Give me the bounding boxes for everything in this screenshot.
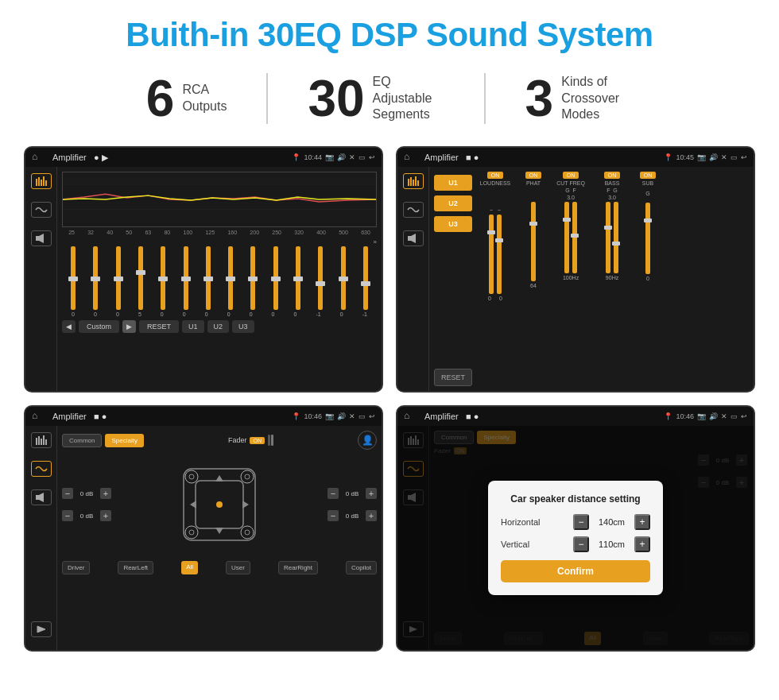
dialog-screen-title: Amplifier ■ ● bbox=[424, 412, 659, 421]
fader-top-row: Common Specialty Fader ON 👤 bbox=[62, 431, 377, 450]
tab-specialty[interactable]: Specialty bbox=[105, 434, 143, 447]
db-minus-bl[interactable]: − bbox=[62, 510, 73, 521]
svg-point-33 bbox=[185, 470, 198, 483]
cutfreq-slider-1[interactable] bbox=[564, 202, 569, 273]
eq-u2-button[interactable]: U2 bbox=[207, 320, 230, 333]
crossover-sidebar-speaker-icon[interactable] bbox=[403, 230, 424, 246]
tab-common[interactable]: Common bbox=[62, 434, 102, 447]
eq-slider-10[interactable] bbox=[273, 246, 278, 310]
eq-slider-12[interactable] bbox=[318, 246, 323, 310]
eq-values-row: 00050000000-10-1 bbox=[62, 311, 377, 317]
db-minus-tr[interactable]: − bbox=[327, 488, 339, 499]
fader-sidebar-wave-icon[interactable] bbox=[31, 461, 52, 477]
svg-marker-6 bbox=[39, 234, 44, 243]
sub-slider[interactable] bbox=[645, 203, 650, 274]
db-value-tl: 0 dB bbox=[76, 490, 98, 497]
svg-point-35 bbox=[241, 470, 254, 483]
eq-slider-14[interactable] bbox=[363, 246, 368, 310]
db-plus-br[interactable]: + bbox=[366, 510, 377, 521]
db-minus-tl[interactable]: − bbox=[62, 488, 73, 499]
fader-sidebar-eq-icon[interactable] bbox=[31, 432, 52, 448]
crossover-screen-content: U1 U2 U3 RESET ON LOUDNESS bbox=[397, 167, 754, 391]
bass-slider-2[interactable] bbox=[614, 202, 618, 273]
eq-slider-1[interactable] bbox=[71, 246, 76, 310]
stat-label-eq: EQ AdjustableSegments bbox=[373, 74, 444, 123]
eq-sidebar-eq-icon[interactable] bbox=[31, 173, 52, 189]
loudness-values: 00 bbox=[488, 296, 502, 301]
crossover-reset-button[interactable]: RESET bbox=[434, 369, 472, 386]
eq-u1-button[interactable]: U1 bbox=[182, 320, 204, 333]
loudness-sliders: ~ ~ bbox=[489, 191, 502, 294]
svg-marker-30 bbox=[215, 528, 223, 534]
svg-point-40 bbox=[245, 530, 250, 535]
eq-left-sidebar bbox=[25, 167, 57, 391]
stat-eq: 30 EQ AdjustableSegments bbox=[268, 73, 485, 124]
u3-button[interactable]: U3 bbox=[434, 216, 472, 232]
eq-sidebar-speaker-icon[interactable] bbox=[31, 230, 52, 246]
svg-marker-32 bbox=[242, 501, 249, 509]
eq-slider-8[interactable] bbox=[228, 246, 233, 310]
eq-sidebar-wave-icon[interactable] bbox=[31, 202, 52, 218]
vertical-minus-button[interactable]: − bbox=[573, 536, 589, 552]
eq-preset-button[interactable]: Custom bbox=[79, 320, 119, 333]
stat-number-eq: 30 bbox=[308, 73, 364, 124]
eq-slider-3[interactable] bbox=[116, 246, 121, 310]
label-all[interactable]: All bbox=[181, 561, 198, 574]
cutfreq-slider-2[interactable] bbox=[572, 202, 577, 273]
fader-sidebar-arrow-icon[interactable] bbox=[31, 621, 52, 637]
crossover-home-icon: ⌂ bbox=[404, 151, 417, 164]
screenshots-grid: ⌂ Amplifier ● ▶ 📍 10:44 📷 🔊 ✕ ▭ ↩ bbox=[24, 146, 755, 652]
svg-rect-20 bbox=[43, 435, 45, 445]
horizontal-minus-button[interactable]: − bbox=[573, 514, 589, 530]
eq-slider-13[interactable] bbox=[341, 246, 346, 310]
svg-marker-31 bbox=[190, 501, 196, 509]
dialog-camera-icon: 📷 bbox=[697, 412, 706, 420]
dialog-signal-icon: ✕ bbox=[721, 412, 727, 420]
eq-slider-5[interactable] bbox=[161, 246, 165, 310]
label-user[interactable]: User bbox=[226, 561, 250, 574]
bass-sliders bbox=[606, 202, 618, 273]
eq-slider-9[interactable] bbox=[250, 246, 255, 310]
confirm-button[interactable]: Confirm bbox=[501, 560, 650, 582]
label-driver[interactable]: Driver bbox=[62, 561, 90, 574]
fader-sidebar-speaker-icon[interactable] bbox=[31, 489, 52, 505]
eq-status-bar: ⌂ Amplifier ● ▶ 📍 10:44 📷 🔊 ✕ ▭ ↩ bbox=[25, 148, 382, 167]
loudness-slider-1[interactable] bbox=[489, 215, 494, 294]
u2-button[interactable]: U2 bbox=[434, 195, 472, 211]
u1-button[interactable]: U1 bbox=[434, 175, 472, 191]
eq-slider-4[interactable] bbox=[138, 246, 143, 310]
label-rearleft[interactable]: RearLeft bbox=[118, 561, 153, 574]
fader-battery-icon: ▭ bbox=[358, 412, 366, 420]
eq-slider-7[interactable] bbox=[206, 246, 211, 310]
loudness-slider-2[interactable] bbox=[497, 215, 502, 294]
eq-slider-2[interactable] bbox=[93, 246, 98, 310]
label-copilot[interactable]: Copilot bbox=[346, 561, 377, 574]
label-rearright[interactable]: RearRight bbox=[278, 561, 318, 574]
db-plus-bl[interactable]: + bbox=[100, 510, 111, 521]
crossover-camera-icon: 📷 bbox=[697, 153, 706, 161]
crossover-signal-icon: ✕ bbox=[721, 153, 727, 161]
col-phat: ON PHAT 64 bbox=[520, 172, 547, 386]
db-plus-tl[interactable]: + bbox=[100, 488, 111, 499]
eq-slider-6[interactable] bbox=[184, 246, 188, 310]
svg-rect-14 bbox=[417, 180, 419, 186]
eq-u3-button[interactable]: U3 bbox=[232, 320, 254, 333]
db-plus-tr[interactable]: + bbox=[366, 488, 377, 499]
bass-slider-1[interactable] bbox=[606, 202, 610, 273]
eq-prev-button[interactable]: ◀ bbox=[62, 320, 76, 333]
svg-marker-16 bbox=[411, 234, 416, 243]
crossover-sidebar-eq-icon[interactable] bbox=[403, 173, 424, 189]
fader-user-icon[interactable]: 👤 bbox=[358, 431, 377, 450]
eq-play-button[interactable]: ▶ bbox=[122, 320, 136, 333]
location-icon: 📍 bbox=[292, 153, 300, 161]
db-minus-br[interactable]: − bbox=[327, 510, 339, 521]
crossover-sidebar-wave-icon[interactable] bbox=[403, 202, 424, 218]
eq-screen-title: Amplifier ● ▶ bbox=[52, 153, 287, 163]
horizontal-plus-button[interactable]: + bbox=[634, 514, 650, 530]
eq-reset-button[interactable]: RESET bbox=[139, 320, 179, 333]
vertical-plus-button[interactable]: + bbox=[634, 536, 650, 552]
cutfreq-sliders bbox=[564, 202, 577, 273]
db-value-br: 0 dB bbox=[341, 512, 363, 520]
phat-slider[interactable] bbox=[531, 202, 536, 281]
eq-slider-11[interactable] bbox=[296, 246, 300, 310]
